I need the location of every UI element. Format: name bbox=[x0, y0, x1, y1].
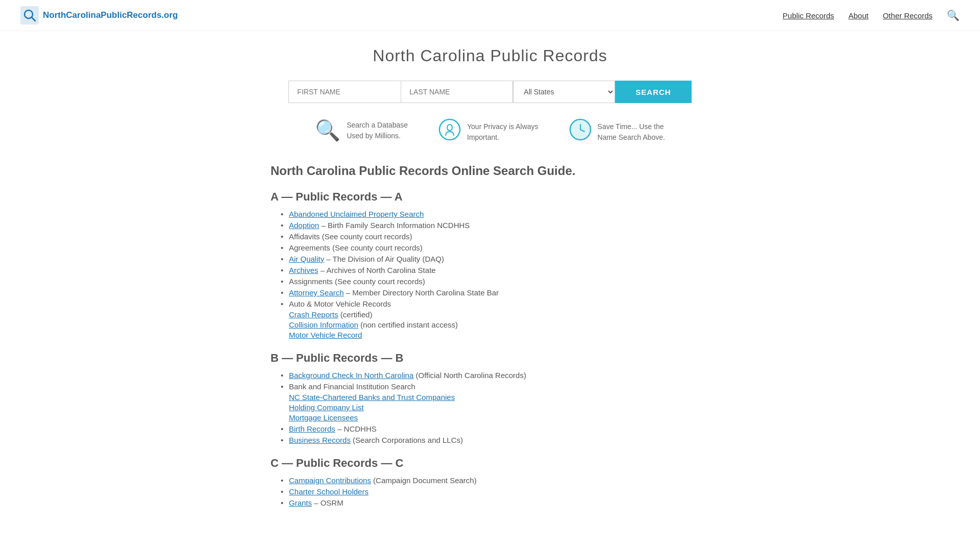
background-check-link[interactable]: Background Check In North Carolina bbox=[289, 371, 413, 380]
feature-time-text: Save Time... Use the Name Search Above. bbox=[598, 121, 665, 143]
logo-icon bbox=[20, 6, 39, 24]
feature-privacy: Your Privacy is Always Important. bbox=[438, 118, 538, 145]
section-a-list: Abandoned Unclaimed Property Search Adop… bbox=[281, 210, 709, 339]
attorney-search-link[interactable]: Attorney Search bbox=[289, 288, 344, 297]
motor-vehicle-record-link[interactable]: Motor Vehicle Record bbox=[289, 331, 362, 339]
search-icon[interactable]: 🔍 bbox=[947, 9, 960, 21]
feature-search-text: Search a Database Used by Millions. bbox=[347, 120, 408, 141]
list-item: Crash Reports (certified) bbox=[289, 310, 709, 319]
guide-title: North Carolina Public Records Online Sea… bbox=[271, 164, 709, 178]
list-item: Attorney Search – Member Directory North… bbox=[281, 288, 709, 297]
first-name-input[interactable] bbox=[288, 81, 401, 103]
svg-point-3 bbox=[439, 119, 460, 140]
birth-records-link[interactable]: Birth Records bbox=[289, 424, 335, 433]
collision-info-link[interactable]: Collision Information bbox=[289, 320, 358, 329]
page-title: North Carolina Public Records bbox=[271, 46, 709, 65]
list-item: Campaign Contributions (Campaign Documen… bbox=[281, 476, 709, 485]
sub-list-vehicles: Crash Reports (certified) Collision Info… bbox=[289, 310, 709, 339]
list-item: Mortgage Licensees bbox=[289, 413, 709, 422]
list-item: Agreements (See county court records) bbox=[281, 243, 709, 252]
list-item: Grants – OSRM bbox=[281, 498, 709, 507]
state-select[interactable]: All States Alabama Alaska Arizona Arkans… bbox=[513, 81, 615, 103]
nav-about[interactable]: About bbox=[848, 11, 868, 20]
list-item: Motor Vehicle Record bbox=[289, 331, 709, 339]
feature-time-icon bbox=[569, 118, 592, 145]
section-header-c: C — Public Records — C bbox=[271, 457, 709, 470]
logo-text: NorthCarolinaPublicRecords.org bbox=[43, 10, 178, 20]
list-item: Background Check In North Carolina (Offi… bbox=[281, 371, 709, 380]
air-quality-link[interactable]: Air Quality bbox=[289, 255, 324, 263]
feature-privacy-icon bbox=[438, 118, 461, 145]
main-content: North Carolina Public Records All States… bbox=[260, 31, 720, 540]
mortgage-licensees-link[interactable]: Mortgage Licensees bbox=[289, 413, 358, 422]
list-item: Bank and Financial Institution Search NC… bbox=[281, 382, 709, 422]
svg-rect-0 bbox=[20, 6, 39, 24]
list-item: Charter School Holders bbox=[281, 487, 709, 496]
last-name-input[interactable] bbox=[401, 81, 513, 103]
nav-links: Public Records About Other Records 🔍 bbox=[782, 9, 960, 21]
feature-search-icon: 🔍 bbox=[315, 118, 340, 142]
crash-reports-link[interactable]: Crash Reports bbox=[289, 310, 338, 319]
list-item: Birth Records – NCDHHS bbox=[281, 424, 709, 433]
svg-point-4 bbox=[447, 124, 452, 131]
list-item: Affidavits (See county court records) bbox=[281, 232, 709, 241]
search-button[interactable]: SEARCH bbox=[615, 81, 691, 103]
charter-school-link[interactable]: Charter School Holders bbox=[289, 487, 369, 496]
feature-privacy-text: Your Privacy is Always Important. bbox=[467, 121, 538, 143]
business-records-link[interactable]: Business Records bbox=[289, 436, 351, 444]
section-c-list: Campaign Contributions (Campaign Documen… bbox=[281, 476, 709, 507]
feature-time: Save Time... Use the Name Search Above. bbox=[569, 118, 665, 145]
list-item: Air Quality – The Division of Air Qualit… bbox=[281, 255, 709, 263]
list-item: Collision Information (non certified ins… bbox=[289, 320, 709, 329]
section-b-list: Background Check In North Carolina (Offi… bbox=[281, 371, 709, 444]
search-bar: All States Alabama Alaska Arizona Arkans… bbox=[271, 81, 709, 103]
feature-search: 🔍 Search a Database Used by Millions. bbox=[315, 118, 408, 142]
nav-other-records[interactable]: Other Records bbox=[883, 11, 933, 20]
list-item: Business Records (Search Corporations an… bbox=[281, 436, 709, 444]
abandoned-link[interactable]: Abandoned Unclaimed Property Search bbox=[289, 210, 424, 218]
list-item: Abandoned Unclaimed Property Search bbox=[281, 210, 709, 218]
adoption-link[interactable]: Adoption bbox=[289, 221, 319, 230]
grants-link[interactable]: Grants bbox=[289, 498, 312, 507]
list-item: Auto & Motor Vehicle Records Crash Repor… bbox=[281, 299, 709, 339]
section-header-b: B — Public Records — B bbox=[271, 352, 709, 365]
navigation: NorthCarolinaPublicRecords.org Public Re… bbox=[0, 0, 980, 31]
nav-public-records[interactable]: Public Records bbox=[782, 11, 834, 20]
list-item: Adoption – Birth Family Search Informati… bbox=[281, 221, 709, 230]
list-item: Archives – Archives of North Carolina St… bbox=[281, 266, 709, 274]
features-row: 🔍 Search a Database Used by Millions. Yo… bbox=[271, 118, 709, 145]
archives-link[interactable]: Archives bbox=[289, 266, 318, 274]
list-item: Holding Company List bbox=[289, 403, 709, 412]
list-item: NC State-Chartered Banks and Trust Compa… bbox=[289, 393, 709, 402]
sub-list-banks: NC State-Chartered Banks and Trust Compa… bbox=[289, 393, 709, 422]
nc-banks-link[interactable]: NC State-Chartered Banks and Trust Compa… bbox=[289, 393, 455, 402]
campaign-contributions-link[interactable]: Campaign Contributions bbox=[289, 476, 371, 485]
logo-link[interactable]: NorthCarolinaPublicRecords.org bbox=[20, 6, 178, 24]
holding-company-link[interactable]: Holding Company List bbox=[289, 403, 364, 412]
list-item: Assignments (See county court records) bbox=[281, 277, 709, 286]
section-header-a: A — Public Records — A bbox=[271, 190, 709, 204]
